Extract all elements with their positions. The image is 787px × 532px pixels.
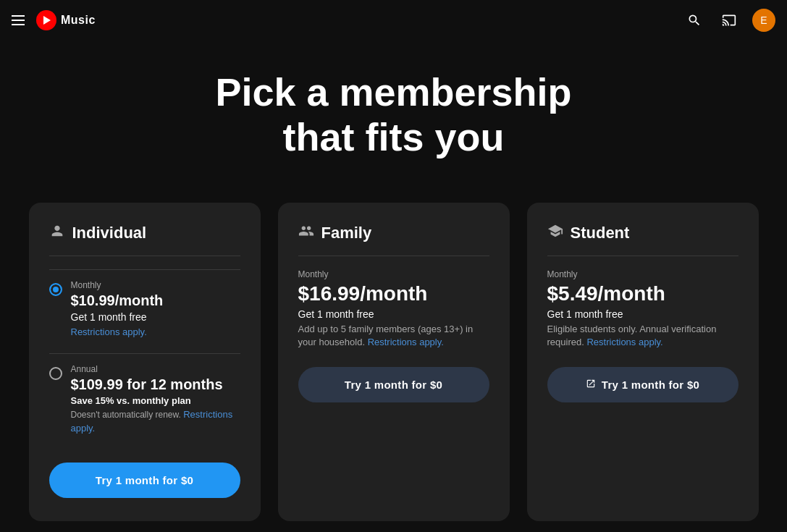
external-link-icon — [586, 379, 596, 391]
student-monthly-description: Eligible students only. Annual verificat… — [547, 323, 738, 349]
individual-cta-button[interactable]: Try 1 month for $0 — [49, 463, 240, 498]
individual-plan-icon — [49, 223, 65, 242]
logo-text: Music — [61, 14, 96, 27]
individual-annual-radio[interactable] — [49, 367, 62, 380]
header-right: E — [683, 9, 775, 32]
family-restrictions-link[interactable]: Restrictions apply. — [368, 337, 444, 347]
page-title: Pick a membership that fits you — [43, 69, 744, 159]
individual-divider — [49, 256, 240, 256]
individual-monthly-content: Monthly $10.99/month Get 1 month free Re… — [71, 280, 240, 343]
individual-monthly-restrictions: Restrictions apply. — [71, 326, 240, 339]
student-monthly-label: Monthly — [547, 269, 738, 279]
student-divider — [547, 256, 738, 256]
student-plan-title: Student — [571, 224, 630, 242]
family-card-header: Family — [298, 223, 489, 242]
header: Music E — [0, 0, 787, 41]
student-plan-card: Student Monthly $5.49/month Get 1 month … — [527, 203, 759, 521]
family-plan-title: Family — [321, 224, 372, 242]
header-left: Music — [12, 10, 96, 30]
individual-plan-card: Individual Monthly $10.99/month Get 1 mo… — [29, 203, 261, 521]
student-plan-icon — [547, 223, 563, 242]
family-monthly-description: Add up to 5 family members (ages 13+) in… — [298, 323, 489, 349]
individual-card-header: Individual — [49, 223, 240, 242]
family-divider — [298, 256, 489, 256]
menu-button[interactable] — [12, 15, 25, 25]
family-cta-button[interactable]: Try 1 month for $0 — [298, 367, 489, 402]
individual-monthly-free: Get 1 month free — [71, 311, 240, 323]
individual-annual-note: Doesn't automatically renew. Restriction… — [71, 408, 240, 434]
family-monthly-free: Get 1 month free — [298, 308, 489, 320]
individual-monthly-radio[interactable] — [49, 283, 62, 296]
plans-container: Individual Monthly $10.99/month Get 1 mo… — [43, 203, 744, 521]
individual-monthly-option[interactable]: Monthly $10.99/month Get 1 month free Re… — [49, 269, 240, 353]
student-cta-button[interactable]: Try 1 month for $0 — [547, 367, 738, 402]
individual-annual-price: $109.99 for 12 months — [71, 376, 240, 393]
student-restrictions-link[interactable]: Restrictions apply. — [586, 337, 662, 347]
individual-monthly-label: Monthly — [71, 280, 240, 290]
individual-monthly-restrictions-link[interactable]: Restrictions apply. — [71, 326, 147, 337]
youtube-music-icon — [36, 10, 56, 30]
student-monthly-free: Get 1 month free — [547, 308, 738, 320]
individual-monthly-price: $10.99/month — [71, 292, 240, 309]
logo: Music — [36, 10, 96, 30]
individual-annual-save: Save 15% vs. monthly plan — [71, 395, 240, 406]
family-monthly-price: $16.99/month — [298, 282, 489, 305]
family-plan-card: Family Monthly $16.99/month Get 1 month … — [278, 203, 510, 521]
individual-plan-title: Individual — [72, 224, 147, 242]
cast-icon[interactable] — [717, 9, 741, 32]
family-plan-icon — [298, 223, 314, 242]
individual-annual-content: Annual $109.99 for 12 months Save 15% vs… — [71, 364, 240, 434]
student-monthly-price: $5.49/month — [547, 282, 738, 305]
avatar[interactable]: E — [752, 9, 775, 32]
individual-annual-option[interactable]: Annual $109.99 for 12 months Save 15% vs… — [49, 353, 240, 444]
individual-annual-label: Annual — [71, 364, 240, 374]
student-pricing-block: Monthly $5.49/month Get 1 month free Eli… — [547, 269, 738, 349]
main-content: Pick a membership that fits you Individu… — [0, 41, 787, 532]
student-card-header: Student — [547, 223, 738, 242]
search-icon[interactable] — [683, 9, 706, 32]
family-pricing-block: Monthly $16.99/month Get 1 month free Ad… — [298, 269, 489, 349]
family-monthly-label: Monthly — [298, 269, 489, 279]
